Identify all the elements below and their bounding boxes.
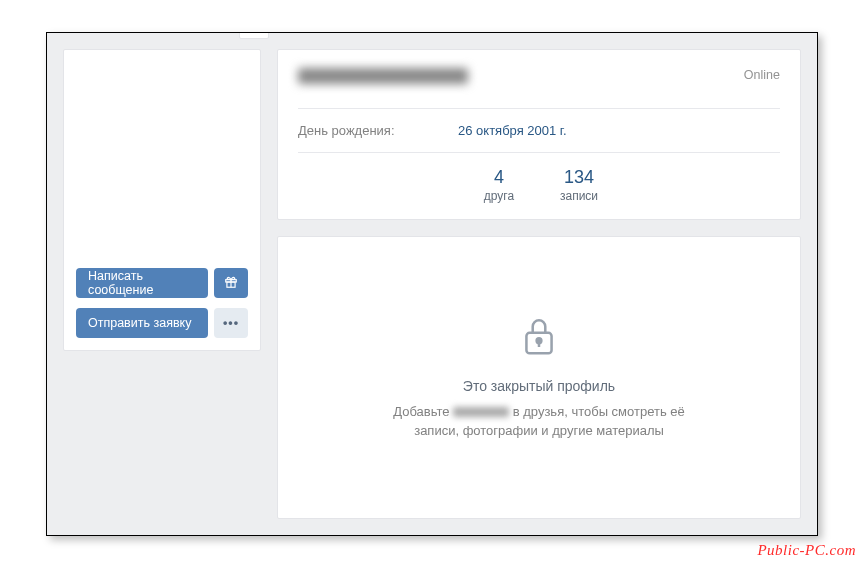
- more-actions-button[interactable]: •••: [214, 308, 248, 338]
- app-window: Написать сообщение: [46, 32, 818, 536]
- posts-label: записи: [549, 189, 609, 203]
- tab-notch: [239, 32, 269, 39]
- private-title: Это закрытый профиль: [463, 378, 615, 394]
- birthday-row: День рождения: 26 октября 2001 г.: [298, 109, 780, 152]
- message-row: Написать сообщение: [76, 268, 248, 298]
- avatar-card: Написать сообщение: [63, 49, 261, 351]
- stats-row: 4 друга 134 записи: [298, 152, 780, 219]
- avatar-placeholder[interactable]: [76, 62, 250, 258]
- private-name-blurred: [453, 407, 509, 417]
- send-request-label: Отправить заявку: [88, 316, 191, 330]
- posts-count: 134: [549, 167, 609, 189]
- stat-friends[interactable]: 4 друга: [469, 167, 529, 203]
- private-desc-prefix: Добавьте: [393, 404, 453, 419]
- friends-count: 4: [469, 167, 529, 189]
- request-row: Отправить заявку •••: [76, 308, 248, 338]
- watermark: Public-PC.com: [757, 542, 856, 559]
- gift-icon: [224, 275, 238, 292]
- profile-name-blurred: [298, 68, 468, 84]
- write-message-label: Написать сообщение: [88, 269, 196, 297]
- send-gift-button[interactable]: [214, 268, 248, 298]
- stat-posts[interactable]: 134 записи: [549, 167, 609, 203]
- birthday-label: День рождения:: [298, 123, 458, 138]
- profile-header-card: Online День рождения: 26 октября 2001 г.…: [277, 49, 801, 220]
- profile-main: Online День рождения: 26 октября 2001 г.…: [277, 49, 801, 519]
- send-request-button[interactable]: Отправить заявку: [76, 308, 208, 338]
- write-message-button[interactable]: Написать сообщение: [76, 268, 208, 298]
- lock-icon: [519, 314, 559, 362]
- profile-sidebar: Написать сообщение: [63, 49, 261, 519]
- header-top: Online: [298, 68, 780, 84]
- online-status: Online: [744, 68, 780, 82]
- more-icon: •••: [223, 316, 239, 330]
- friends-label: друга: [469, 189, 529, 203]
- private-profile-card: Это закрытый профиль Добавьте в друзья, …: [277, 236, 801, 519]
- birthday-value[interactable]: 26 октября 2001 г.: [458, 123, 567, 138]
- private-description: Добавьте в друзья, чтобы смотреть её зап…: [369, 402, 709, 441]
